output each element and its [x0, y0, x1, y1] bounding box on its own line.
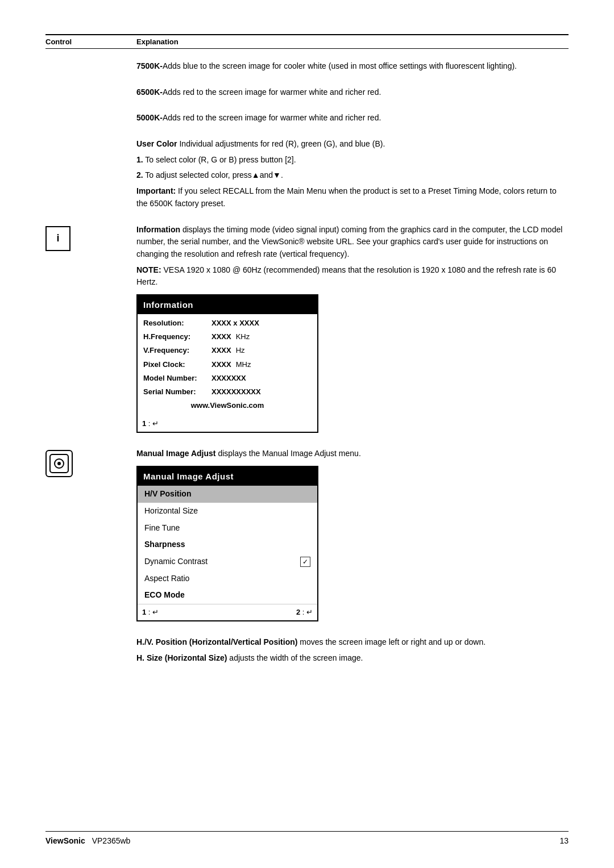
mia-label-dynamic-contrast: Dynamic Contrast — [144, 556, 208, 568]
footer-model: VP2365wb — [92, 836, 131, 845]
mia-footer-btn1: 1 : ↵ — [142, 607, 159, 618]
text-user-color-1: User Color Individual adjustments for re… — [136, 138, 569, 151]
info-row-model: Model Number: XXXXXXX — [143, 372, 312, 385]
footer-brand-model: ViewSonic VP2365wb — [45, 836, 130, 845]
mia-footer-btn2: 2 : ↵ — [296, 607, 313, 618]
info-label-vfreq: V.Frequency: — [143, 345, 211, 356]
information-box-title: Information — [138, 295, 317, 314]
text-5000k: 5000K-Adds red to the screen image for w… — [136, 112, 569, 124]
mia-footer: 1 : ↵ 2 : ↵ — [138, 604, 317, 620]
section-manual-image-adjust: Manual Image Adjust displays the Manual … — [45, 448, 569, 626]
explanation-5000k: 5000K-Adds red to the screen image for w… — [136, 112, 569, 128]
text-information-note: NOTE: VESA 1920 x 1080 @ 60Hz (recommend… — [136, 264, 569, 289]
control-col-information: i — [45, 224, 136, 251]
mia-item-aspect-ratio[interactable]: Aspect Ratio — [138, 570, 317, 587]
mia-item-dynamic-contrast[interactable]: Dynamic Contrast ✓ — [138, 553, 317, 570]
control-header: Control — [45, 37, 136, 46]
section-7500k: 7500K-Adds blue to the screen image for … — [45, 60, 569, 76]
information-box-body: Resolution: XXXX x XXXX H.Frequency: XXX… — [138, 314, 317, 416]
text-information-intro: Information displays the timing mode (vi… — [136, 224, 569, 261]
info-row-pixelclock: Pixel Clock: XXXX MHz — [143, 358, 312, 372]
info-row-serial: Serial Number: XXXXXXXXXX — [143, 385, 312, 399]
section-user-color: User Color Individual adjustments for re… — [45, 138, 569, 213]
info-footer: 1 : ↵ — [138, 416, 317, 432]
info-value-hfreq: XXXX — [211, 331, 231, 343]
manual-image-adjust-icon — [45, 450, 73, 477]
page: Control Explanation 7500K-Adds blue to t… — [0, 0, 614, 868]
explanation-mia: Manual Image Adjust displays the Manual … — [136, 448, 569, 626]
section-5000k: 5000K-Adds red to the screen image for w… — [45, 112, 569, 128]
text-mia-intro: Manual Image Adjust displays the Manual … — [136, 448, 569, 460]
control-col-mia — [45, 448, 136, 477]
info-value-pixelclock: XXXX — [211, 359, 231, 370]
info-label-hfreq: H.Frequency: — [143, 331, 211, 343]
section-information: i Information displays the timing mode (… — [45, 224, 569, 438]
text-hsize-desc: H. Size (Horizontal Size) adjusts the wi… — [136, 652, 569, 665]
mia-label-fine-tune: Fine Tune — [144, 522, 180, 535]
text-7500k: 7500K-Adds blue to the screen image for … — [136, 60, 569, 73]
explanation-information: Information displays the timing mode (vi… — [136, 224, 569, 438]
mia-label-horizontal-size: Horizontal Size — [144, 505, 198, 518]
page-footer: ViewSonic VP2365wb 13 — [45, 831, 569, 845]
mia-item-horizontal-size[interactable]: Horizontal Size — [138, 503, 317, 520]
info-value-model: XXXXXXX — [211, 373, 246, 384]
table-header: Control Explanation — [45, 34, 569, 49]
info-row-hfreq: H.Frequency: XXXX KHz — [143, 330, 312, 344]
mia-item-hv-position[interactable]: H/V Position — [138, 486, 317, 503]
info-i-letter: i — [56, 232, 59, 244]
mia-label-hv-position: H/V Position — [144, 488, 191, 500]
mia-item-eco-mode[interactable]: ECO Mode — [138, 587, 317, 604]
info-label-model: Model Number: — [143, 373, 211, 384]
info-unit-vfreq: Hz — [236, 345, 245, 356]
info-value-vfreq: XXXX — [211, 345, 231, 356]
info-label-resolution: Resolution: — [143, 318, 211, 329]
info-row-resolution: Resolution: XXXX x XXXX — [143, 316, 312, 330]
mia-item-fine-tune[interactable]: Fine Tune — [138, 520, 317, 537]
control-col-7500k — [45, 60, 136, 61]
info-unit-pixelclock: MHz — [236, 359, 251, 370]
control-col-hv-desc — [45, 636, 136, 637]
info-unit-hfreq: KHz — [236, 331, 250, 343]
mia-label-eco-mode: ECO Mode — [144, 589, 185, 602]
adjust-icon-svg — [49, 453, 69, 474]
footer-page-number: 13 — [559, 836, 569, 845]
mia-box-title: Manual Image Adjust — [138, 467, 317, 486]
info-footer-btn1: 1 : ↵ — [142, 418, 159, 429]
text-user-color-2: 1. To select color (R, G or B) press but… — [136, 154, 569, 166]
info-url: www.ViewSonic.com — [143, 399, 312, 414]
info-row-vfreq: V.Frequency: XXXX Hz — [143, 344, 312, 357]
svg-point-2 — [57, 462, 61, 465]
text-user-color-4: Important: If you select RECALL from the… — [136, 185, 569, 210]
text-user-color-3: 2. To adjust selected color, press▲and▼. — [136, 169, 569, 182]
info-label-pixelclock: Pixel Clock: — [143, 359, 211, 370]
information-icon: i — [45, 226, 70, 251]
explanation-header: Explanation — [136, 37, 179, 46]
section-hv-position-desc: H./V. Position (Horizontal/Vertical Posi… — [45, 636, 569, 667]
text-6500k: 6500K-Adds red to the screen image for w… — [136, 86, 569, 99]
control-col-user-color — [45, 138, 136, 139]
section-6500k: 6500K-Adds red to the screen image for w… — [45, 86, 569, 102]
info-value-resolution: XXXX x XXXX — [211, 318, 259, 329]
control-col-6500k — [45, 86, 136, 87]
text-hv-position-desc: H./V. Position (Horizontal/Vertical Posi… — [136, 636, 569, 649]
dynamic-contrast-checkbox[interactable]: ✓ — [300, 557, 310, 567]
explanation-6500k: 6500K-Adds red to the screen image for w… — [136, 86, 569, 102]
mia-label-sharpness: Sharpness — [144, 539, 185, 551]
mia-label-aspect-ratio: Aspect Ratio — [144, 573, 189, 585]
manual-image-adjust-box: Manual Image Adjust H/V Position Horizon… — [136, 466, 318, 621]
info-value-serial: XXXXXXXXXX — [211, 386, 261, 398]
info-label-serial: Serial Number: — [143, 386, 211, 398]
footer-brand: ViewSonic — [45, 836, 85, 845]
mia-item-sharpness[interactable]: Sharpness — [138, 536, 317, 553]
explanation-7500k: 7500K-Adds blue to the screen image for … — [136, 60, 569, 76]
explanation-hv-desc: H./V. Position (Horizontal/Vertical Posi… — [136, 636, 569, 667]
control-col-5000k — [45, 112, 136, 113]
explanation-user-color: User Color Individual adjustments for re… — [136, 138, 569, 213]
information-box: Information Resolution: XXXX x XXXX H.Fr… — [136, 294, 318, 433]
